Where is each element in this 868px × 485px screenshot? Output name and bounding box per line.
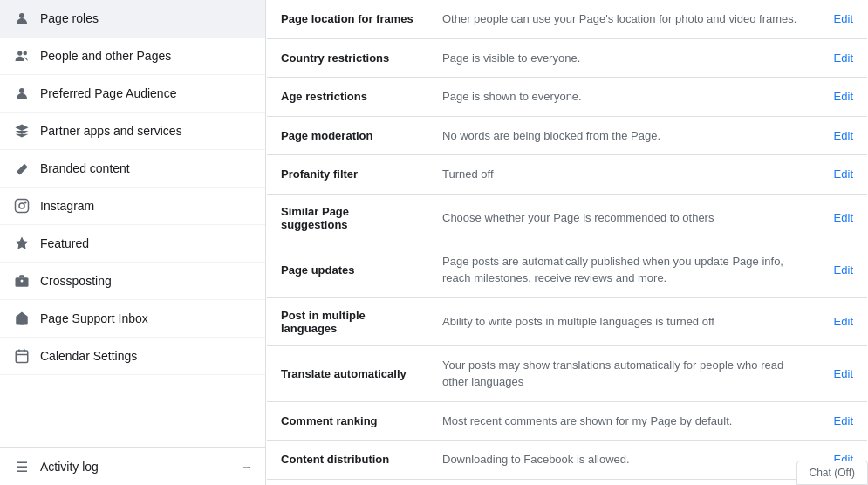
featured-label: Featured [40, 236, 253, 250]
setting-label: Content distribution [267, 441, 428, 480]
activity-log-icon: ☰ [12, 457, 31, 476]
sidebar-item-partner-apps[interactable]: Partner apps and services [0, 113, 265, 150]
setting-description: Page is visible to everyone. [428, 38, 815, 78]
edit-button[interactable]: Edit [834, 414, 853, 427]
settings-table-section: Page location for frames Other people ca… [266, 0, 868, 485]
setting-description: Page is shown to everyone. [428, 78, 815, 117]
edit-button[interactable]: Edit [834, 12, 853, 25]
crossposting-label: Crossposting [40, 274, 253, 288]
svg-point-7 [19, 203, 24, 208]
settings-row: Translate automatically Your posts may s… [267, 345, 867, 401]
sidebar: Page roles People and other Pages Prefer… [0, 0, 266, 485]
settings-row: Page location for frames Other people ca… [267, 0, 867, 38]
setting-description: No words are being blocked from the Page… [428, 116, 815, 155]
settings-row: Page moderation No words are being block… [267, 116, 867, 155]
chat-off-button[interactable]: Chat (Off) [796, 461, 868, 485]
setting-edit-cell: Edit [815, 78, 867, 117]
svg-rect-6 [16, 200, 29, 213]
edit-button[interactable]: Edit [834, 315, 853, 328]
edit-button[interactable]: Edit [834, 167, 853, 181]
partner-apps-icon [12, 121, 31, 140]
settings-row: Comment ranking Most recent comments are… [267, 401, 867, 441]
settings-row: Country restrictions Page is visible to … [267, 38, 867, 78]
setting-label: Download Page [267, 479, 428, 485]
setting-edit-cell: Edit [815, 401, 867, 441]
setting-description: Choose whether your Page is recommended … [428, 194, 815, 242]
svg-rect-12 [16, 351, 28, 363]
svg-point-11 [21, 280, 24, 283]
sidebar-item-people-other-pages[interactable]: People and other Pages [0, 38, 265, 75]
setting-label: Profanity filter [267, 155, 428, 195]
page-roles-icon [12, 9, 31, 28]
settings-row: Page updates Page posts are automaticall… [267, 242, 867, 297]
setting-label: Comment ranking [267, 401, 428, 441]
page-support-inbox-label: Page Support Inbox [40, 311, 253, 325]
partner-apps-label: Partner apps and services [40, 124, 253, 138]
sidebar-item-page-roles[interactable]: Page roles [0, 0, 265, 38]
settings-row: Download Page Download Page Edit [267, 479, 867, 485]
edit-button[interactable]: Edit [834, 211, 853, 224]
sidebar-item-page-support-inbox[interactable]: Page Support Inbox [0, 300, 265, 338]
sidebar-item-branded-content[interactable]: Branded content [0, 150, 265, 188]
setting-label: Similar Page suggestions [267, 194, 428, 242]
sidebar-item-activity-log[interactable]: ☰ Activity log → [0, 447, 265, 485]
settings-row: Age restrictions Page is shown to everyo… [267, 78, 867, 117]
setting-edit-cell: Edit [815, 0, 867, 38]
page-support-inbox-icon [12, 309, 31, 328]
setting-edit-cell: Edit [815, 297, 867, 345]
setting-edit-cell: Edit [815, 116, 867, 155]
sidebar-item-crossposting[interactable]: Crossposting [0, 263, 265, 300]
setting-label: Page location for frames [267, 0, 428, 38]
setting-edit-cell: Edit [815, 345, 867, 401]
setting-label: Page updates [267, 242, 428, 297]
settings-row: Post in multiple languages Ability to wr… [267, 297, 867, 345]
svg-line-5 [16, 162, 20, 168]
setting-edit-cell: Edit [815, 242, 867, 297]
sidebar-item-instagram[interactable]: Instagram [0, 188, 265, 225]
setting-label: Age restrictions [267, 78, 428, 117]
edit-button[interactable]: Edit [834, 367, 853, 380]
svg-point-3 [19, 88, 24, 93]
setting-edit-cell: Edit [815, 194, 867, 242]
settings-row: Similar Page suggestions Choose whether … [267, 194, 867, 242]
people-other-pages-icon [12, 46, 31, 65]
sidebar-item-featured[interactable]: Featured [0, 225, 265, 263]
setting-description: Other people can use your Page's locatio… [428, 0, 815, 38]
setting-description: Ability to write posts in multiple langu… [428, 297, 815, 345]
setting-description: Turned off [428, 155, 815, 195]
edit-button[interactable]: Edit [834, 129, 853, 142]
edit-button[interactable]: Edit [834, 263, 853, 277]
setting-label: Post in multiple languages [267, 297, 428, 345]
setting-label: Page moderation [267, 116, 428, 155]
settings-row: Profanity filter Turned off Edit [267, 155, 867, 195]
featured-icon [12, 234, 31, 253]
instagram-label: Instagram [40, 199, 253, 213]
svg-point-2 [24, 51, 28, 56]
svg-marker-9 [16, 237, 29, 249]
setting-label: Country restrictions [267, 38, 428, 78]
preferred-audience-label: Preferred Page Audience [40, 86, 253, 100]
edit-button[interactable]: Edit [834, 51, 853, 65]
activity-log-arrow-icon: → [241, 460, 253, 474]
svg-point-0 [19, 13, 24, 18]
preferred-audience-icon [12, 84, 31, 103]
setting-description: Your posts may show translations automat… [428, 345, 815, 401]
setting-description: Download Page [428, 479, 815, 485]
svg-point-8 [24, 202, 26, 203]
setting-edit-cell: Edit [815, 155, 867, 195]
main-content: Page location for frames Other people ca… [266, 0, 868, 485]
sidebar-item-preferred-audience[interactable]: Preferred Page Audience [0, 75, 265, 113]
people-other-pages-label: People and other Pages [40, 49, 253, 63]
crossposting-icon [12, 271, 31, 290]
settings-table: Page location for frames Other people ca… [266, 0, 868, 485]
settings-row: Content distribution Downloading to Face… [267, 441, 867, 480]
edit-button[interactable]: Edit [834, 90, 853, 103]
activity-log-label: Activity log [40, 460, 241, 474]
branded-content-icon [12, 159, 31, 178]
setting-description: Downloading to Facebook is allowed. [428, 441, 815, 480]
setting-label: Translate automatically [267, 345, 428, 401]
sidebar-item-calendar-settings[interactable]: Calendar Settings [0, 338, 265, 375]
page-roles-label: Page roles [40, 11, 253, 25]
calendar-settings-icon [12, 346, 31, 365]
calendar-settings-label: Calendar Settings [40, 349, 253, 363]
